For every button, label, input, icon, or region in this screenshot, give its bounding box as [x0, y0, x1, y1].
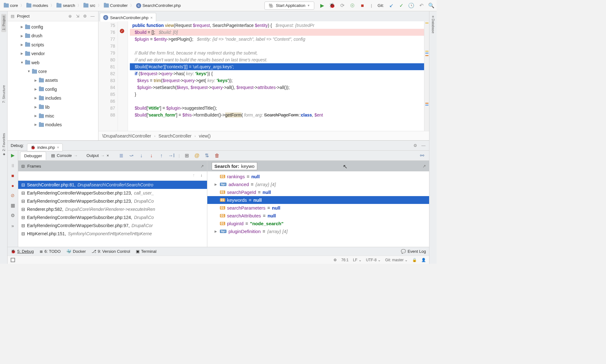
tab-debug[interactable]: 🐞5: Debug — [11, 249, 34, 254]
run-config-selector[interactable]: 🐘 Start Application ▾ — [264, 2, 314, 10]
variable-row[interactable]: 01keywords = null — [207, 196, 429, 204]
force-step-into-icon[interactable]: ↓ — [148, 153, 154, 159]
tab-favorites[interactable]: ★ 2: Favorites — [1, 131, 6, 158]
variable-search-box[interactable]: Search for: keywo — [212, 162, 258, 170]
git-branch-selector[interactable]: Git: master ⌄ — [385, 258, 408, 262]
mute-breakpoints-icon[interactable]: ⊘ — [10, 193, 16, 198]
sort-icon[interactable]: ⇅ — [204, 153, 210, 159]
profile-icon[interactable]: ⦾ — [349, 3, 355, 8]
tab-todo[interactable]: ≣6: TODO — [40, 249, 61, 254]
tab-database[interactable]: ≡ Database — [431, 14, 436, 35]
settings-icon[interactable]: ⚙ — [10, 213, 16, 218]
stack-frame[interactable]: ⊟EarlyRenderingControllerWrapperSubscrib… — [18, 221, 207, 230]
step-into-icon[interactable]: ↓ — [138, 153, 144, 159]
event-log[interactable]: 💬Event Log — [401, 249, 426, 254]
tab-output[interactable]: Output→× — [83, 152, 113, 159]
tab-vcs[interactable]: ⎇9: Version Control — [92, 249, 130, 254]
project-title[interactable]: Project — [17, 14, 65, 18]
collapse-icon[interactable]: ⇲ — [75, 14, 80, 19]
link-icon[interactable]: ⚯ — [419, 153, 425, 159]
variable-row[interactable]: 01rankings = null — [207, 173, 429, 180]
tree-node[interactable]: ▶vendor — [8, 49, 98, 58]
hide-icon[interactable]: — — [90, 14, 95, 19]
tab-debugger[interactable]: Debugger — [20, 152, 46, 160]
stack-frame[interactable]: ⊟EarlyRenderingControllerWrapperSubscrib… — [18, 213, 207, 221]
debug-icon[interactable]: 🐞 — [329, 3, 335, 8]
close-tab-icon[interactable]: × — [150, 15, 153, 20]
close-icon[interactable]: × — [107, 153, 109, 158]
layout-icon[interactable]: ▦ — [10, 203, 16, 208]
stack-frame[interactable]: ⊟SearchController.php:81, Drupal\search\… — [18, 181, 207, 189]
editor-tab[interactable]: C SearchController.php × — [100, 13, 156, 22]
step-over-icon[interactable]: ⤻ — [128, 153, 134, 159]
git-history-icon[interactable]: 🕓 — [408, 3, 414, 8]
line-sep-selector[interactable]: LF ⌄ — [353, 258, 361, 262]
tab-terminal[interactable]: ▣Terminal — [136, 249, 157, 254]
tab-console[interactable]: ▤Console→ — [47, 152, 82, 159]
watch-icon[interactable]: @ — [194, 153, 200, 159]
tree-node[interactable]: ▶scripts — [8, 40, 98, 49]
tree-node[interactable]: ▶misc — [8, 112, 98, 120]
lock-icon[interactable]: 🔒 — [412, 258, 417, 262]
tree-node[interactable]: ▼core — [8, 67, 98, 76]
evaluate-icon[interactable]: ⊞ — [184, 153, 190, 159]
view-breakpoints-icon[interactable]: ● — [10, 183, 16, 188]
tree-node[interactable]: ▶includes — [8, 94, 98, 102]
tree-node[interactable]: ▶lib — [8, 103, 98, 112]
project-selector-icon[interactable]: ▤ — [11, 14, 14, 18]
stack-frame[interactable]: ⊟EarlyRenderingControllerWrapperSubscrib… — [18, 197, 207, 205]
frames-list[interactable]: ⊟SearchController.php:81, Drupal\search\… — [18, 181, 207, 247]
restore-icon[interactable]: ↗ — [423, 164, 426, 169]
breadcrumb-item[interactable]: CSearchController.php — [135, 3, 182, 9]
restore-icon[interactable]: ↗ — [200, 164, 204, 169]
breadcrumb-item[interactable]: search — [55, 3, 76, 8]
resume-icon[interactable]: ▶ — [10, 153, 16, 158]
cursor-position[interactable]: 76:1 — [341, 258, 348, 262]
frame-down-icon[interactable]: ↓ — [200, 173, 203, 179]
gear-icon[interactable]: ⚙ — [413, 143, 418, 148]
breadcrumb-item[interactable]: core — [3, 3, 19, 8]
variables-list[interactable]: 01rankings = null▶⅓≡advanced = {array} [… — [207, 171, 429, 247]
stop-icon[interactable]: ■ — [10, 173, 16, 178]
run-to-cursor-icon[interactable]: →I — [168, 153, 174, 159]
variable-row[interactable]: 01searchAttributes = null — [207, 212, 429, 220]
variable-row[interactable]: ▶⅓≡pluginDefinition = {array} [4] — [207, 227, 429, 235]
pause-icon[interactable]: ⏸ — [10, 163, 16, 168]
variable-row[interactable]: 01searchParameters = null — [207, 204, 429, 212]
variable-row[interactable]: 01pluginId = "node_search" — [207, 220, 429, 227]
gear-icon[interactable]: ⚙ — [82, 14, 88, 19]
tab-docker[interactable]: 🐳Docker — [66, 249, 86, 254]
stack-frame[interactable]: ⊟EarlyRenderingControllerWrapperSubscrib… — [18, 189, 207, 197]
error-stripe[interactable] — [424, 21, 429, 131]
gear-icon[interactable]: ⚙ — [333, 258, 337, 262]
encoding-selector[interactable]: UTF-8 ⌄ — [366, 258, 381, 262]
search-icon[interactable]: 🔍 — [428, 3, 434, 8]
variable-row[interactable]: ▶⅓≡advanced = {array} [4] — [207, 180, 429, 188]
breadcrumb-item[interactable]: Controller — [103, 3, 129, 8]
tree-node[interactable]: ▶drush — [8, 31, 98, 40]
tab-project[interactable]: 1: Project — [1, 14, 6, 32]
trash-icon[interactable]: 🗑 — [214, 153, 220, 159]
project-tree[interactable]: ▶config▶drush▶scripts▶vendor▼web▼core▶as… — [8, 21, 98, 140]
breadcrumb-item[interactable]: src — [82, 3, 96, 8]
tree-node[interactable]: ▶assets — [8, 76, 98, 85]
threads-icon[interactable]: ≣ — [118, 153, 124, 159]
stop-icon[interactable]: ■ — [359, 3, 365, 8]
git-update-icon[interactable]: ↙ — [388, 3, 394, 8]
variable-row[interactable]: 01searchPageId = null — [207, 188, 429, 196]
git-commit-icon[interactable]: ✓ — [398, 3, 404, 8]
debug-session-tab[interactable]: 🐞 index.php × — [27, 143, 63, 151]
tree-node[interactable]: ▼web — [8, 58, 98, 67]
panel-toggle-icon[interactable] — [11, 258, 15, 262]
breadcrumb-item[interactable]: modules — [25, 3, 49, 8]
tree-node[interactable]: ▶config — [8, 23, 98, 31]
tab-structure[interactable]: 7: Structure — [1, 83, 6, 105]
editor-breadcrumb[interactable]: \Drupal\search\Controller› SearchControl… — [98, 131, 429, 140]
locate-icon[interactable]: ⊕ — [67, 14, 72, 19]
coverage-icon[interactable]: ⟳ — [339, 3, 345, 8]
tree-node[interactable]: ▶config — [8, 85, 98, 94]
stack-frame[interactable]: ⊟HttpKernel.php:151, Symfony\Component\H… — [18, 230, 207, 238]
more-icon[interactable]: » — [10, 223, 16, 228]
step-out-icon[interactable]: ↑ — [158, 153, 164, 159]
breakpoint-icon[interactable] — [120, 29, 124, 33]
